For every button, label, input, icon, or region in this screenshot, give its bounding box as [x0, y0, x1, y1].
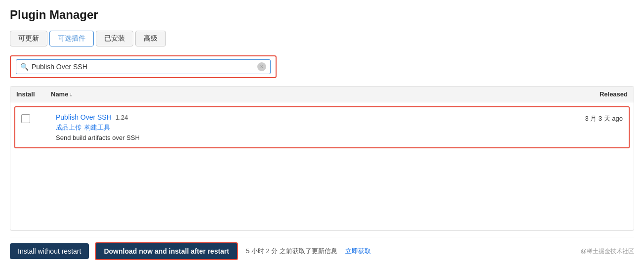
plugin-checkbox[interactable]	[21, 114, 30, 123]
page-title: Plugin Manager	[10, 8, 634, 22]
clear-search-button[interactable]: ×	[257, 62, 266, 71]
table-header: Install Name↓ Released	[10, 87, 634, 102]
tab-advanced[interactable]: 高级	[135, 31, 166, 46]
col-header-install: Install	[16, 90, 51, 98]
brand-label: @稀土掘金技术社区	[581, 247, 634, 256]
tabs-bar: 可更新 可选插件 已安装 高级	[10, 31, 634, 46]
tab-available[interactable]: 可选插件	[49, 31, 94, 46]
checkbox-cell	[21, 113, 56, 123]
plugins-table: Install Name↓ Released Publish Over SSH …	[10, 86, 634, 231]
col-header-released: Released	[549, 90, 628, 98]
footer-info-text: 5 小时 2 分 之前获取了更新信息	[246, 247, 337, 256]
footer: Install without restart Download now and…	[10, 237, 634, 267]
plugin-tag-1[interactable]: 构建工具	[84, 123, 110, 132]
plugin-version: 1.24	[116, 114, 128, 121]
plugin-name[interactable]: Publish Over SSH	[56, 113, 112, 121]
refresh-link[interactable]: 立即获取	[345, 247, 371, 256]
sort-icon[interactable]: ↓	[69, 91, 72, 98]
col-header-name: Name↓	[51, 90, 549, 98]
download-install-after-restart-button[interactable]: Download now and install after restart	[95, 242, 238, 260]
plugin-name-line: Publish Over SSH 1.24	[56, 113, 544, 121]
plugin-tags: 成品上传 构建工具	[56, 123, 544, 132]
search-input[interactable]	[32, 63, 253, 71]
install-without-restart-button[interactable]: Install without restart	[10, 243, 89, 259]
tab-installed[interactable]: 已安装	[96, 31, 133, 46]
plugin-released: 3 月 3 天 ago	[544, 113, 623, 123]
plugin-tag-0[interactable]: 成品上传	[56, 123, 81, 132]
tab-updatable[interactable]: 可更新	[10, 31, 47, 46]
plugin-name-cell: Publish Over SSH 1.24 成品上传 构建工具 Send bui…	[56, 113, 544, 141]
search-area: 🔍 ×	[10, 55, 634, 78]
table-row: Publish Over SSH 1.24 成品上传 构建工具 Send bui…	[14, 106, 630, 148]
search-inner: 🔍 ×	[16, 59, 271, 74]
plugin-description: Send build artifacts over SSH	[56, 134, 544, 141]
search-wrapper: 🔍 ×	[10, 55, 277, 78]
search-icon: 🔍	[20, 63, 29, 71]
